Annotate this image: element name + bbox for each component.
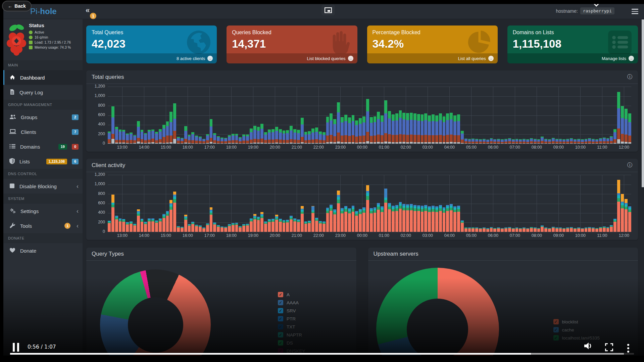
stacked-bar[interactable] — [162, 175, 165, 232]
stacked-bar[interactable] — [283, 175, 286, 232]
stacked-bar[interactable] — [344, 175, 347, 232]
stacked-bar[interactable] — [232, 175, 235, 232]
stacked-bar[interactable] — [359, 87, 362, 144]
stacked-bar[interactable] — [155, 87, 158, 144]
legend-item-ptr[interactable]: ✓PTR — [278, 316, 305, 321]
stacked-bar[interactable] — [461, 175, 464, 232]
legend-item-naptr[interactable]: ✓NAPTR — [278, 332, 305, 338]
stacked-bar[interactable] — [613, 175, 616, 232]
legend-checkbox[interactable]: ✓ — [553, 327, 559, 332]
more-options-icon[interactable] — [627, 344, 629, 353]
stacked-bar[interactable] — [472, 175, 475, 232]
stacked-bar[interactable] — [137, 175, 140, 232]
stacked-bar[interactable] — [333, 87, 336, 144]
scrollbar[interactable] — [642, 19, 644, 187]
stacked-bar[interactable] — [348, 175, 351, 232]
stacked-bar[interactable] — [468, 175, 471, 232]
legend-item-txt[interactable]: ✓TXT — [278, 324, 305, 329]
pause-button[interactable] — [13, 343, 19, 352]
stacked-bar[interactable] — [239, 175, 242, 232]
stacked-bar[interactable] — [217, 175, 220, 232]
stacked-bar[interactable] — [173, 87, 176, 144]
stacked-bar[interactable] — [210, 175, 213, 232]
stacked-bar[interactable] — [326, 87, 329, 144]
stacked-bar[interactable] — [562, 87, 565, 144]
legend-item-ds[interactable]: ✓DS — [278, 340, 305, 346]
stacked-bar[interactable] — [319, 87, 322, 144]
legend-checkbox[interactable]: ✓ — [278, 292, 283, 297]
legend-checkbox[interactable]: ✓ — [278, 316, 283, 321]
sidebar-item-clients[interactable]: Clients7 — [3, 124, 83, 139]
stacked-bar[interactable] — [213, 175, 216, 232]
stacked-bar[interactable] — [490, 175, 493, 232]
stacked-bar[interactable] — [395, 175, 398, 232]
stacked-bar[interactable] — [323, 175, 326, 232]
stacked-bar[interactable] — [359, 175, 362, 232]
stacked-bar[interactable] — [232, 87, 235, 144]
stacked-bar[interactable] — [319, 175, 322, 232]
stacked-bar[interactable] — [504, 175, 507, 232]
stacked-bar[interactable] — [279, 87, 282, 144]
stacked-bar[interactable] — [301, 175, 304, 232]
sidebar-item-donate[interactable]: Donate — [3, 243, 83, 258]
sidebar-collapse-icon[interactable]: « — [86, 6, 90, 15]
stacked-bar[interactable] — [559, 175, 562, 232]
stacked-bar[interactable] — [453, 175, 456, 232]
stacked-bar[interactable] — [450, 175, 453, 232]
stacked-bar[interactable] — [610, 175, 613, 232]
stacked-bar[interactable] — [181, 175, 184, 232]
stacked-bar[interactable] — [144, 87, 147, 144]
stacked-bar[interactable] — [126, 87, 129, 144]
stacked-bar[interactable] — [424, 87, 427, 144]
stacked-bar[interactable] — [224, 175, 227, 232]
stacked-bar[interactable] — [290, 87, 293, 144]
stacked-bar[interactable] — [355, 87, 358, 144]
stacked-bar[interactable] — [537, 175, 540, 232]
stacked-bar[interactable] — [271, 87, 275, 144]
stacked-bar[interactable] — [148, 87, 151, 144]
menu-icon[interactable] — [632, 9, 638, 14]
stacked-bar[interactable] — [592, 87, 595, 144]
legend-checkbox[interactable]: ✓ — [278, 332, 283, 338]
stacked-bar[interactable] — [392, 87, 395, 144]
stacked-bar[interactable] — [486, 87, 489, 144]
stacked-bar[interactable] — [220, 87, 224, 144]
stacked-bar[interactable] — [443, 87, 446, 144]
stacked-bar[interactable] — [275, 87, 278, 144]
stacked-bar[interactable] — [257, 87, 260, 144]
legend-checkbox[interactable]: ✓ — [553, 319, 559, 324]
stacked-bar[interactable] — [588, 175, 591, 232]
stacked-bar[interactable] — [264, 87, 267, 144]
stacked-bar[interactable] — [326, 175, 329, 232]
stacked-bar[interactable] — [235, 175, 238, 232]
stacked-bar[interactable] — [388, 175, 391, 232]
stacked-bar[interactable] — [333, 175, 336, 232]
stacked-bar[interactable] — [544, 175, 547, 232]
stacked-bar[interactable] — [432, 175, 435, 232]
stacked-bar[interactable] — [166, 87, 169, 144]
stacked-bar[interactable] — [220, 175, 224, 232]
stacked-bar[interactable] — [566, 87, 569, 144]
stacked-bar[interactable] — [526, 175, 529, 232]
sidebar-item-dashboard[interactable]: Dashboard — [3, 70, 83, 85]
stacked-bar[interactable] — [370, 175, 373, 232]
stacked-bar[interactable] — [428, 87, 431, 144]
stacked-bar[interactable] — [483, 87, 486, 144]
stacked-bar[interactable] — [501, 87, 504, 144]
stacked-bar[interactable] — [432, 87, 435, 144]
stacked-bar[interactable] — [599, 87, 602, 144]
stacked-bar[interactable] — [625, 175, 628, 232]
stacked-bar[interactable] — [202, 87, 205, 144]
stacked-bar[interactable] — [457, 175, 460, 232]
stacked-bar[interactable] — [574, 87, 577, 144]
update-count-badge[interactable]: 1 — [90, 13, 96, 19]
legend-item-srv[interactable]: ✓SRV — [278, 308, 305, 313]
stacked-bar[interactable] — [421, 87, 424, 144]
back-button[interactable]: ←Back — [2, 1, 32, 11]
stacked-bar[interactable] — [530, 87, 533, 144]
legend-checkbox[interactable]: ✓ — [278, 308, 283, 313]
sidebar-item-lists[interactable]: Lists1,115,1086 — [3, 154, 83, 169]
stacked-bar[interactable] — [137, 87, 140, 144]
stacked-bar[interactable] — [297, 87, 300, 144]
stacked-bar[interactable] — [115, 87, 118, 144]
